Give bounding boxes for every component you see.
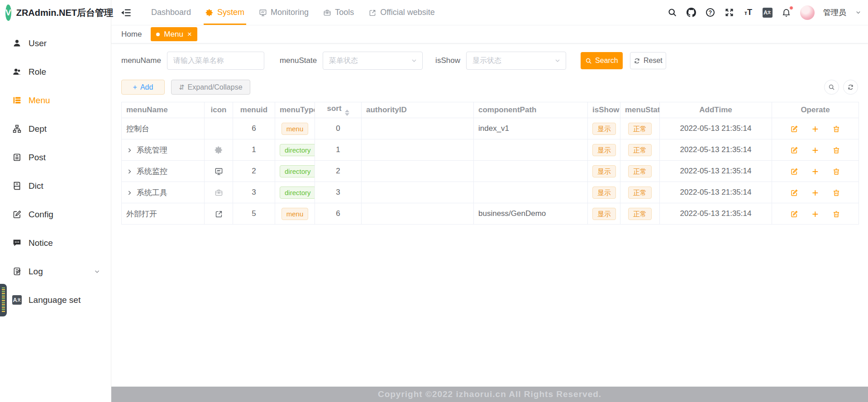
chevron-down-icon[interactable]	[855, 9, 862, 16]
filter-label-is-show: isShow	[435, 56, 460, 65]
sidebar-item-config[interactable]: Config	[0, 200, 111, 229]
refresh-table-button[interactable]	[843, 80, 858, 95]
page: V ZRAdmin.NET后台管理 User Role Menu Dept	[0, 0, 868, 402]
sidebar-item-menu[interactable]: Menu	[0, 86, 111, 115]
refresh-icon	[847, 84, 854, 91]
toolbar-row: + Add ⇵ Expand/Collapse	[121, 80, 858, 95]
sidebar-item-role[interactable]: Role	[0, 57, 111, 86]
filter-label-menu-name: menuName	[121, 56, 161, 65]
content: menuName menuState isShow Search	[111, 43, 868, 387]
reset-button-label: Reset	[644, 57, 663, 65]
delete-icon[interactable]	[832, 168, 840, 176]
expand-row-icon[interactable]	[126, 168, 133, 175]
menu-state-select[interactable]	[323, 52, 423, 70]
sidebar-item-post[interactable]: Post	[0, 143, 111, 172]
add-child-icon[interactable]: +	[812, 125, 818, 133]
menu-state-select-input[interactable]	[323, 52, 423, 70]
edit-icon[interactable]	[790, 189, 798, 197]
expand-row-icon[interactable]	[126, 147, 133, 153]
is-show-select-input[interactable]	[466, 52, 566, 70]
sort-caret-icon[interactable]	[345, 110, 349, 116]
cell-add-time: 2022-05-13 21:35:14	[660, 203, 772, 225]
bell-icon[interactable]	[781, 7, 792, 18]
is-show-select[interactable]	[466, 52, 566, 70]
edit-icon[interactable]	[790, 210, 798, 218]
dock-handle[interactable]	[0, 284, 7, 316]
nav-label: Official website	[380, 8, 435, 17]
menu-table: menuName icon menuid menuType sort autho…	[121, 102, 859, 225]
add-child-icon[interactable]: +	[812, 210, 818, 218]
sidebar-item-label: Notice	[29, 238, 53, 248]
cell-menu-state: 正常	[620, 203, 660, 225]
top-nav: Dashboard System Monitoring Tools Offici…	[144, 0, 442, 25]
nav-item-system[interactable]: System	[198, 0, 252, 25]
cell-menu-type: directory	[275, 182, 315, 203]
cell-menu-type: menu	[275, 203, 315, 225]
add-child-icon[interactable]: +	[812, 168, 818, 176]
app-logo-row: V ZRAdmin.NET后台管理	[0, 0, 111, 25]
menu-state-tag: 正常	[628, 165, 652, 177]
table-row: 系统监控 2 directory 2 显示 正常 2022-05-13 21:3…	[122, 161, 859, 182]
sidebar-item-log[interactable]: Log	[0, 257, 111, 286]
delete-icon[interactable]	[832, 189, 840, 197]
add-child-icon[interactable]: +	[812, 189, 818, 197]
cell-component-path: business/GenDemo	[474, 203, 588, 225]
sidebar-item-dict[interactable]: Dict	[0, 172, 111, 200]
user-name[interactable]: 管理员	[823, 7, 846, 18]
nav-label: Monitoring	[271, 8, 309, 17]
sidebar-item-notice[interactable]: Notice	[0, 229, 111, 257]
edit-icon[interactable]	[790, 146, 798, 154]
search-button[interactable]: Search	[581, 52, 623, 69]
show-search-button[interactable]	[824, 80, 839, 95]
expand-collapse-button[interactable]: ⇵ Expand/Collapse	[171, 80, 250, 95]
fullscreen-icon[interactable]	[724, 7, 734, 18]
role-icon	[12, 67, 22, 77]
sidebar-item-language-set[interactable]: A文 Language set	[0, 286, 111, 314]
menu-state-tag: 正常	[628, 144, 652, 156]
user-icon	[12, 38, 22, 48]
cell-is-show: 显示	[588, 182, 620, 203]
sidebar-item-dept[interactable]: Dept	[0, 115, 111, 143]
cell-add-time: 2022-05-13 21:35:14	[660, 161, 772, 182]
cell-icon	[205, 118, 233, 139]
sidebar-item-user[interactable]: User	[0, 29, 111, 57]
table-header-row: menuName icon menuid menuType sort autho…	[122, 102, 859, 118]
tab-home[interactable]: Home	[119, 30, 143, 39]
cell-menuid: 1	[233, 139, 275, 161]
font-size-icon[interactable]: тT	[743, 7, 754, 18]
cell-icon	[205, 182, 233, 203]
nav-item-dashboard[interactable]: Dashboard	[144, 0, 198, 25]
col-add-time: AddTime	[660, 102, 772, 118]
delete-icon[interactable]	[832, 210, 840, 218]
edit-icon[interactable]	[790, 168, 798, 176]
add-button[interactable]: + Add	[121, 80, 165, 95]
help-icon[interactable]: ?	[705, 7, 715, 18]
menu-state-tag: 正常	[628, 123, 652, 135]
add-child-icon[interactable]: +	[812, 146, 818, 154]
table-row: 外部打开 5 menu 6 business/GenDemo 显示 正常 202…	[122, 203, 859, 225]
edit-icon[interactable]	[790, 125, 798, 133]
sidebar-item-label: Post	[29, 153, 46, 163]
search-icon	[585, 57, 592, 64]
nav-item-official-website[interactable]: Official website	[361, 0, 442, 25]
cell-add-time: 2022-05-13 21:35:14	[660, 118, 772, 139]
cell-operate: +	[772, 161, 859, 182]
cell-add-time: 2022-05-13 21:35:14	[660, 182, 772, 203]
github-icon[interactable]	[686, 7, 696, 18]
close-icon[interactable]: ×	[187, 30, 192, 38]
menu-name-input[interactable]	[167, 52, 264, 70]
avatar[interactable]	[800, 5, 815, 20]
nav-item-monitoring[interactable]: Monitoring	[252, 0, 316, 25]
expand-row-icon[interactable]	[126, 190, 133, 196]
translate-icon[interactable]: A文	[762, 7, 773, 18]
tab-menu[interactable]: Menu ×	[151, 27, 197, 41]
nav-item-tools[interactable]: Tools	[316, 0, 361, 25]
is-show-tag: 显示	[592, 165, 616, 177]
delete-icon[interactable]	[832, 125, 840, 133]
search-icon[interactable]	[667, 7, 677, 18]
app-logo: V	[5, 5, 11, 21]
gear-icon	[205, 9, 214, 17]
fold-sidebar-icon[interactable]	[120, 7, 132, 19]
delete-icon[interactable]	[832, 146, 840, 154]
reset-button[interactable]: Reset	[630, 52, 666, 69]
